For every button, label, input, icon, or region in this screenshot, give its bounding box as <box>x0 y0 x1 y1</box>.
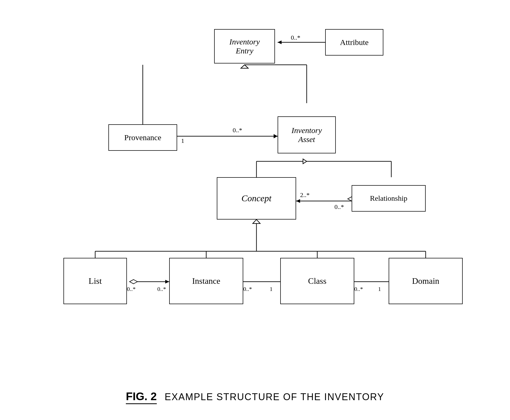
svg-marker-18 <box>296 199 300 203</box>
attribute-box: Attribute <box>325 29 383 56</box>
svg-marker-29 <box>130 280 137 284</box>
svg-text:1: 1 <box>270 286 273 292</box>
svg-marker-13 <box>303 159 307 164</box>
diagram-container: 0..* 0..* 1 <box>48 21 465 299</box>
svg-text:0..*: 0..* <box>233 127 242 134</box>
relationship-box: Relationship <box>352 185 426 212</box>
svg-text:0..*: 0..* <box>291 34 300 41</box>
domain-box: Domain <box>389 258 463 304</box>
class-box: Class <box>280 258 354 304</box>
inventory-entry-box: InventoryEntry <box>214 29 275 63</box>
concept-box: Concept <box>217 177 296 220</box>
fig-caption: EXAMPLE STRUCTURE OF THE INVENTORY <box>165 391 384 403</box>
inventory-asset-box: InventoryAsset <box>278 116 336 153</box>
svg-text:0..*: 0..* <box>157 286 166 292</box>
svg-marker-30 <box>165 280 169 284</box>
list-box: List <box>63 258 127 304</box>
caption-area: FIG. 2 EXAMPLE STRUCTURE OF THE INVENTOR… <box>0 390 510 404</box>
svg-text:1: 1 <box>378 286 381 292</box>
svg-text:0..*: 0..* <box>354 286 363 292</box>
provenance-box: Provenance <box>108 124 177 151</box>
svg-marker-5 <box>241 65 248 68</box>
svg-text:0..*: 0..* <box>243 286 252 292</box>
svg-text:0..*: 0..* <box>127 286 136 292</box>
svg-text:2..*: 2..* <box>300 191 310 198</box>
svg-marker-22 <box>253 220 260 223</box>
instance-box: Instance <box>169 258 243 304</box>
svg-marker-1 <box>278 40 282 44</box>
svg-text:1: 1 <box>181 137 184 144</box>
fig-label: FIG. 2 <box>126 390 157 404</box>
svg-text:0..*: 0..* <box>334 203 344 210</box>
svg-marker-7 <box>274 134 278 138</box>
